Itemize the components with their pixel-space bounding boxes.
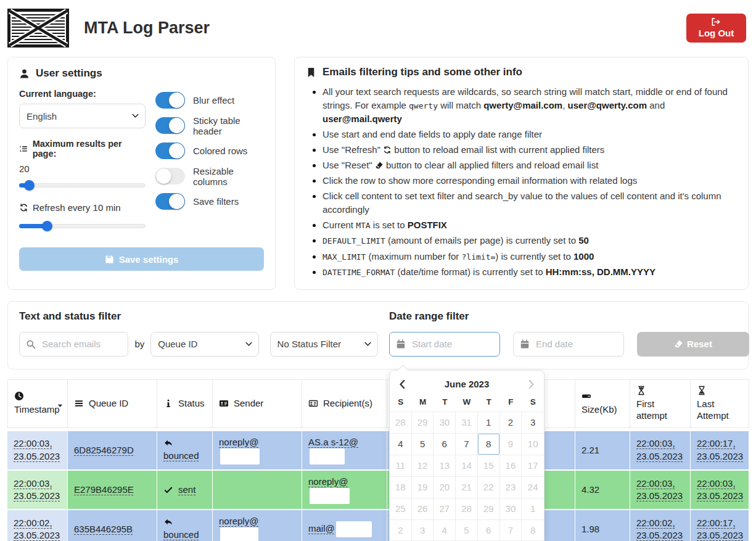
column-header-first-attempt[interactable]: First attempt — [630, 379, 691, 428]
calendar-day[interactable]: 6 — [433, 433, 456, 455]
calendar-day: 27 — [433, 498, 456, 519]
weekday-label: T — [478, 397, 500, 407]
cell-link[interactable]: 22:00:03, 23.05.2023 — [636, 478, 683, 501]
toggle-label: Resizable columns — [193, 166, 264, 187]
clock-icon — [14, 391, 24, 401]
tip-item: Click the row to show more corresponding… — [323, 174, 737, 188]
slider-thumb[interactable] — [24, 180, 35, 191]
refresh-icon — [19, 203, 28, 212]
emails-table: TimestampQueue IDStatusSenderRecipient(s… — [7, 379, 749, 541]
column-header-status[interactable]: Status — [157, 379, 213, 428]
end-date-input[interactable] — [513, 332, 624, 357]
status-filter-select[interactable]: No Status Filter — [270, 332, 378, 357]
max-results-value: 20 — [19, 163, 146, 174]
sort-caret-down-icon[interactable] — [57, 400, 64, 407]
hdd-icon — [581, 391, 591, 401]
save-settings-button[interactable]: Save settings — [19, 247, 264, 271]
cell-link[interactable]: E279B46295E — [74, 484, 134, 495]
cell-link[interactable]: 22:00:03, 23.05.2023 — [636, 438, 683, 461]
reply-icon — [163, 439, 173, 448]
column-header-last-attempt[interactable]: Last Attempt — [691, 379, 749, 428]
cell-link[interactable]: 22:00:03, 23.05.2023 — [14, 438, 60, 461]
date-filter-heading: Date range filter — [389, 310, 749, 323]
calendar-day[interactable]: 3 — [522, 411, 544, 433]
cell-link[interactable]: noreply@ — [308, 476, 348, 487]
top-cards-row: User settings Current language: English … — [7, 57, 749, 290]
column-header-sender[interactable]: Sender — [213, 379, 302, 428]
tip-item: Click cell content to set text filter an… — [323, 189, 737, 217]
refresh-interval-slider[interactable] — [19, 221, 146, 231]
slider-thumb[interactable] — [42, 221, 52, 231]
language-select[interactable]: English — [19, 104, 146, 128]
table-row[interactable]: 22:00:03, 23.05.20236D82546279Dbouncedno… — [7, 428, 749, 471]
refresh-icon — [383, 144, 392, 153]
cell-link[interactable]: mail@ — [308, 523, 335, 534]
column-header-queue-id[interactable]: Queue ID — [68, 379, 157, 428]
cell-link[interactable]: 22:00:03, 23.05.2023 — [697, 478, 743, 501]
calendar-day: 1 — [522, 498, 544, 519]
calendar-prev-month-button[interactable] — [396, 378, 409, 391]
search-icon — [26, 339, 36, 349]
calendar-day[interactable]: 1 — [478, 411, 500, 433]
cell-link[interactable]: sent — [178, 484, 195, 496]
toggle-colored-rows[interactable] — [155, 142, 185, 159]
logout-button[interactable]: Log Out — [686, 14, 746, 43]
column-header-recipient-s-[interactable]: Recipient(s) — [302, 379, 387, 428]
table-row[interactable]: 22:00:02, 23.05.2023635B446295Bbouncedno… — [7, 510, 749, 541]
cell-link[interactable]: 22:00:03, 23.05.2023 — [14, 478, 60, 501]
toggle-resizable-columns[interactable] — [155, 168, 185, 184]
toggle-label: Blur effect — [193, 95, 234, 105]
calendar-day[interactable]: 4 — [390, 433, 412, 455]
calendar-day: 16 — [500, 455, 522, 476]
cell-link[interactable]: 22:00:17, 23.05.2023 — [697, 518, 743, 540]
column-label: Last Attempt — [697, 398, 742, 422]
reset-filters-button[interactable]: Reset — [637, 332, 749, 357]
table-row[interactable]: 22:00:03, 23.05.2023E279B46295Esentnorep… — [7, 471, 749, 510]
app-header: MTA Log Parser Log Out — [7, 6, 749, 49]
cell-link[interactable]: AS.a s-12@ — [308, 437, 358, 447]
search-by-select[interactable]: Queue ID — [150, 332, 258, 357]
person-icon — [19, 68, 30, 79]
toggle-blur-effect[interactable] — [155, 92, 185, 109]
emails-table-wrap: TimestampQueue IDStatusSenderRecipient(s… — [7, 379, 749, 541]
toggle-row: Save filters — [155, 193, 264, 210]
calendar-day: 11 — [390, 455, 412, 476]
cell-link[interactable]: noreply@ — [219, 516, 258, 526]
cell-link[interactable]: noreply@ — [219, 437, 258, 447]
calendar-day[interactable]: 5 — [412, 433, 434, 455]
list-icon — [74, 399, 84, 408]
eraser-icon — [674, 339, 683, 349]
calendar-day: 8 — [522, 519, 544, 541]
calendar-day-selected[interactable]: 8 — [478, 433, 500, 455]
calendar-day: 6 — [478, 519, 500, 541]
calendar-day[interactable]: 2 — [500, 411, 522, 433]
date-range-filter: Date range filter Reset — [389, 310, 749, 357]
toggle-save-filters[interactable] — [155, 193, 185, 210]
by-label: by — [134, 339, 144, 349]
column-header-size-kb-[interactable]: Size(Kb) — [575, 379, 630, 428]
max-results-slider[interactable] — [19, 180, 146, 191]
weekday-label: M — [412, 397, 434, 407]
calendar-next-month-button[interactable] — [524, 378, 538, 391]
start-date-input[interactable] — [389, 332, 500, 357]
cell-link[interactable]: 635B446295B — [74, 524, 133, 534]
weekday-label: W — [456, 397, 478, 407]
cell-link[interactable]: 6D82546279D — [74, 445, 134, 455]
calendar-day: 24 — [522, 476, 544, 498]
cell-link[interactable]: bounced — [163, 450, 199, 462]
toggle-label: Sticky table header — [193, 115, 264, 136]
user-settings-heading: User settings — [19, 67, 264, 80]
cell-link[interactable]: 22:00:02, 23.05.2023 — [14, 518, 60, 540]
cell-link[interactable]: 22:00:17, 23.05.2023 — [697, 438, 743, 461]
tip-item: Use "Reset" button to clear all applied … — [323, 159, 737, 172]
save-icon — [105, 255, 114, 264]
calendar-day: 10 — [522, 433, 544, 455]
toggle-sticky-table-header[interactable] — [155, 117, 185, 134]
cell-link[interactable]: bounced — [163, 529, 199, 541]
tip-item: All your text search requests are wildca… — [323, 85, 737, 126]
calendar-day[interactable]: 7 — [456, 433, 478, 455]
column-label: Size(Kb) — [581, 403, 617, 416]
calendar-day: 23 — [500, 476, 522, 498]
cell-link[interactable]: 22:00:02, 23.05.2023 — [636, 518, 683, 540]
column-header-timestamp[interactable]: Timestamp — [7, 379, 68, 428]
